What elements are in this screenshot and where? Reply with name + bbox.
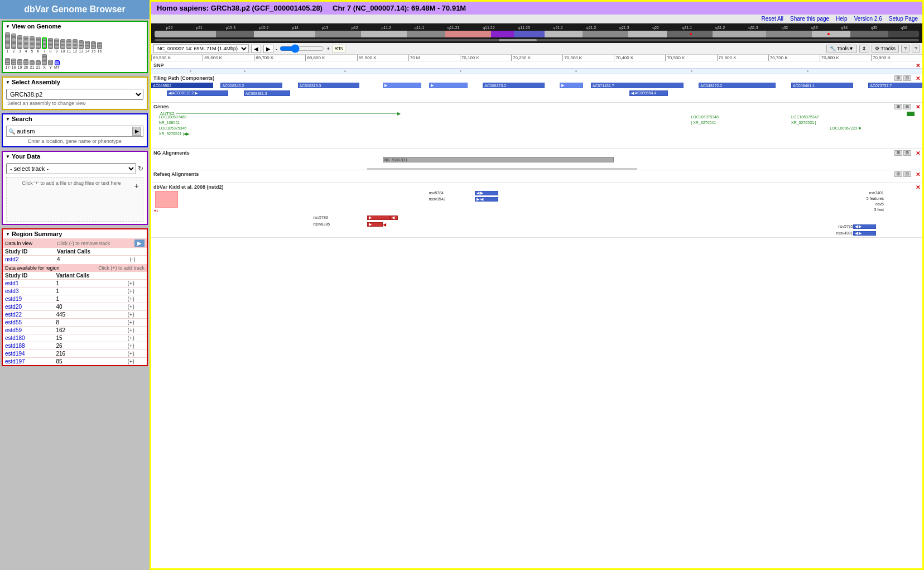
gene-LOC100967223[interactable]: LOC100967223 ■ xyxy=(830,126,861,130)
chr-20[interactable]: 20 xyxy=(23,59,28,69)
study-id-link[interactable]: estd59 xyxy=(5,327,22,333)
help-link[interactable]: Help xyxy=(836,16,848,22)
dbvar-nsv5785[interactable]: ◀I▶ xyxy=(853,224,876,229)
tiling-feat-small1[interactable]: ▶ xyxy=(383,83,421,88)
tiling-feat-AC071431[interactable]: AC071431.7 xyxy=(591,83,684,88)
action-cell[interactable]: (+) xyxy=(125,280,147,288)
extra-button[interactable]: ? xyxy=(912,45,920,52)
gene-LOC100507468[interactable]: LOC100507468 xyxy=(159,115,186,119)
tiling-feat-AC049272[interactable]: AC049272.2 xyxy=(699,83,776,88)
dbvar-arrow-1[interactable]: ✦\ xyxy=(153,209,158,213)
gene-XR9276521[interactable]: XR_9276521 |◀▶| xyxy=(159,132,190,136)
ng-expand-button[interactable]: ⊟ xyxy=(903,150,911,156)
chr-13[interactable]: 13 xyxy=(79,40,84,53)
scroll-indicator[interactable] xyxy=(155,39,919,41)
gene-LOC105375347[interactable]: LOC105375347 xyxy=(791,115,819,119)
chr-17[interactable]: 17 xyxy=(5,58,10,69)
chr-5[interactable]: 5 xyxy=(30,36,35,53)
action-cell[interactable]: (+) xyxy=(125,319,147,327)
study-id-link[interactable]: estd194 xyxy=(5,351,25,357)
ng-feat-NG9241331[interactable]: NG_9241331 xyxy=(383,157,614,162)
chr-6[interactable]: 6 xyxy=(36,37,41,53)
nav-right-button[interactable]: ▶ xyxy=(263,45,273,53)
study-id-link[interactable]: estd22 xyxy=(5,312,22,318)
drop-area[interactable]: Click '+' to add a file or drag files or… xyxy=(6,177,143,222)
tiling-feat-small3[interactable]: ▶ xyxy=(560,83,583,88)
search-input[interactable] xyxy=(17,128,131,135)
view-on-genome-header[interactable]: ▼ View on Genome xyxy=(3,22,147,31)
action-cell[interactable]: (+) xyxy=(125,288,147,295)
refresh-button[interactable]: ↻ xyxy=(138,165,143,173)
your-data-header[interactable]: ▼ Your Data xyxy=(3,152,147,161)
search-header[interactable]: ▼ Search xyxy=(3,114,147,123)
chr-3[interactable]: 3 xyxy=(17,35,22,53)
tiling-collapse-button[interactable]: ⊞ xyxy=(894,75,902,81)
tiling-feat-AC049582[interactable]: AC049582 xyxy=(151,83,213,88)
action-cell[interactable]: (+) xyxy=(125,311,147,319)
chr-11[interactable]: 11 xyxy=(66,39,71,53)
dbvar-nssv4991[interactable]: ◀I▶ xyxy=(853,231,876,236)
study-id-link[interactable]: estd20 xyxy=(5,304,22,310)
nav-left-button[interactable]: ◀ xyxy=(251,45,261,53)
chr-12[interactable]: 12 xyxy=(73,39,78,53)
tools-button[interactable]: 🔧 Tools▼ xyxy=(826,45,857,52)
gene-LOC105375346[interactable]: LOC105375346 xyxy=(159,126,186,130)
study-id-link[interactable]: estd180 xyxy=(5,335,25,341)
study-id-link[interactable]: estd3 xyxy=(5,288,18,294)
tiling-feat-AC008373[interactable]: AC008373.2 xyxy=(483,83,545,88)
gene-LOC105375348[interactable]: LOC105375348 xyxy=(691,115,718,119)
ng-collapse-button[interactable]: ⊞ xyxy=(894,150,902,156)
chr-1[interactable]: 1 xyxy=(5,32,10,53)
share-link[interactable]: Share this page xyxy=(790,16,829,22)
study-id-link[interactable]: estd55 xyxy=(5,319,22,325)
action-cell[interactable]: (+) xyxy=(125,342,147,350)
dbvar-nssv3542[interactable]: ▶I◀ xyxy=(475,197,498,202)
genes-collapse-button[interactable]: ⊞ xyxy=(894,104,902,109)
chr-ideogram-visual[interactable] xyxy=(155,31,919,37)
dbvar-nsv5784[interactable]: ◀I▶ xyxy=(475,191,498,195)
refseq-close-button[interactable]: ✕ xyxy=(916,171,920,178)
study-id-link[interactable]: estd19 xyxy=(5,296,22,302)
chr-15[interactable]: 15 xyxy=(91,41,96,53)
tiling-feat-AC008112[interactable]: ◀ AC008112.2 ▶ xyxy=(167,90,229,96)
chr-16[interactable]: 16 xyxy=(97,42,102,53)
chr-4[interactable]: 4 xyxy=(23,36,28,53)
tiling-feat-AC073737[interactable]: AC073737.7 xyxy=(868,83,922,88)
dbvar-nsv5783[interactable]: ▶ xyxy=(367,215,390,220)
chr-9[interactable]: 9 xyxy=(54,39,59,53)
chr-18[interactable]: 18 xyxy=(11,59,16,69)
chr-X[interactable]: X xyxy=(42,54,47,69)
zoom-slider[interactable] xyxy=(280,44,324,53)
chr-21[interactable]: 21 xyxy=(30,60,35,69)
tiling-feat-AC008481[interactable]: AC008481.1 xyxy=(791,83,853,88)
chr-19[interactable]: 19 xyxy=(17,59,22,69)
resize-icon-button[interactable]: ⇕ xyxy=(859,45,869,52)
version-link[interactable]: Version 2.6 xyxy=(854,16,882,22)
action-cell[interactable]: (+) xyxy=(125,303,147,311)
tracks-area[interactable]: SNP ✕ Tiling Path (Components) ⊞ ⊟ xyxy=(151,61,922,568)
tiling-feat-AC009554[interactable]: ◀ AC009554.4 xyxy=(629,90,668,96)
track-select[interactable]: - select track - xyxy=(6,163,136,174)
chr-MT[interactable]: MT xyxy=(54,60,60,69)
study-id-link[interactable]: nstd2 xyxy=(5,256,18,262)
tiling-feat-small2[interactable]: ▶ xyxy=(429,83,468,88)
chr-Y[interactable]: Y xyxy=(48,60,53,69)
action-cell[interactable]: (+) xyxy=(125,334,147,342)
region-summary-header[interactable]: ▼ Region Summary xyxy=(3,229,147,238)
chr-8[interactable]: 8 xyxy=(48,38,53,53)
gene-XR9276541[interactable]: | XR_9276541 xyxy=(691,121,716,124)
chr-10[interactable]: 10 xyxy=(60,39,65,53)
gene-NR108051[interactable]: NR_108051 xyxy=(159,121,180,124)
help-small-button[interactable]: ? xyxy=(901,45,909,52)
tiling-close-button[interactable]: ✕ xyxy=(916,75,920,82)
chr-22[interactable]: 22 xyxy=(36,60,41,69)
tracks-gear-button[interactable]: ⚙ Tracks xyxy=(872,45,899,52)
position-select[interactable]: NC_000007.14: 69M..71M (1.4Mbp) xyxy=(153,44,249,53)
genes-expand-button[interactable]: ⊟ xyxy=(903,104,911,109)
refseq-collapse-button[interactable]: ⊞ xyxy=(894,171,902,177)
chr-7[interactable]: 7 xyxy=(42,37,47,53)
study-id-link[interactable]: estd1 xyxy=(5,280,18,286)
dbvar-pink-block[interactable] xyxy=(155,191,178,208)
tiling-expand-button[interactable]: ⊟ xyxy=(903,75,911,81)
study-id-link[interactable]: estd188 xyxy=(5,343,25,349)
